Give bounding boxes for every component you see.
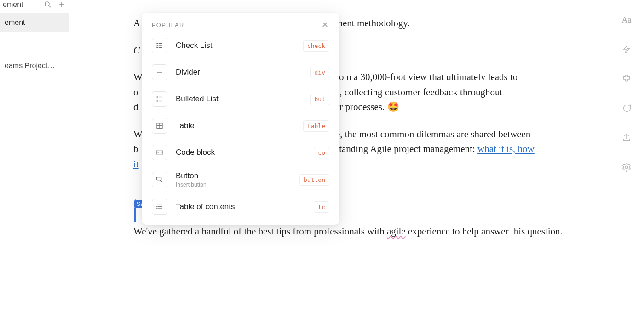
slash-item-bulleted[interactable]: Bulleted List bul [142,86,339,112]
add-icon[interactable] [57,0,66,9]
slash-item-toc[interactable]: Table of contents tc [142,193,339,220]
svg-point-0 [45,2,49,6]
left-sidebar: ement ement eams Project… [0,0,69,316]
text: We've gathered a handful of the best tip… [133,226,387,237]
share-icon[interactable] [621,132,632,144]
text-cursor-indicator [134,208,136,222]
right-tool-rail: Aa [617,14,636,173]
text-style-glyph: Aa [622,15,632,25]
slash-item-shortcut: co [314,147,329,158]
slash-item-shortcut: bul [310,94,329,105]
extension-icon[interactable] [621,73,632,85]
slash-item-label: Table [176,121,295,130]
text: e, the most common dilemmas are shared b… [336,129,530,140]
text: W [133,129,142,140]
slash-item-label: Bulleted List [176,94,302,104]
spellcheck-word[interactable]: agile [387,226,406,237]
svg-point-22 [157,206,157,207]
svg-point-24 [625,166,628,169]
sidebar-item-label: ement [5,18,25,26]
text: A [133,18,140,29]
sidebar-item-project[interactable]: eams Project… [0,56,69,76]
slash-item-sublabel: Insert button [176,181,291,188]
svg-point-9 [157,99,158,99]
paragraph[interactable]: We've gathered a handful of the best tip… [133,224,575,239]
svg-point-23 [157,208,157,208]
slash-item-codeblock[interactable]: Code block co [142,139,339,166]
comment-icon[interactable] [621,102,632,114]
text: b [133,143,138,154]
agile-link[interactable]: what it is, how [477,143,535,154]
slash-item-table[interactable]: Table table [142,112,339,139]
text: standing Agile project management: [335,143,477,154]
text: e, collecting customer feedback througho… [335,87,502,98]
sidebar-item-active[interactable]: ement [0,13,69,32]
checklist-icon [152,38,167,53]
agile-link-cont[interactable]: it [133,158,139,170]
text: er processes. 🤩 [335,101,399,112]
slash-item-shortcut: tc [314,201,329,213]
close-icon[interactable]: ✕ [320,20,329,29]
svg-rect-18 [156,177,161,180]
divider-icon [152,64,167,80]
text: C [133,45,140,56]
search-icon[interactable] [43,0,52,9]
slash-item-shortcut: check [303,40,329,52]
slash-item-shortcut: div [310,67,329,78]
bullets-icon [152,91,167,107]
slash-item-button[interactable]: Button Insert button button [142,166,339,193]
slash-item-checklist[interactable]: Check List check [142,32,339,59]
slash-item-label: Code block [176,148,305,157]
svg-point-8 [157,97,158,98]
text: W [133,71,142,82]
slash-item-label: Table of contents [176,202,305,211]
slash-command-popover: POPULAR ✕ Check List check Divider div B… [142,13,339,225]
button-icon [152,172,167,187]
table-icon [152,118,167,134]
svg-line-1 [49,6,51,7]
text: d [133,101,138,112]
slash-item-label: Check List [176,41,295,50]
text: o [133,87,138,98]
text: experience to help answer this question. [406,226,563,237]
sidebar-item-label: eams Project… [5,62,55,70]
sidebar-title-fragment: ement [3,0,39,9]
svg-point-10 [157,101,158,102]
toc-icon [152,199,167,215]
slash-item-shortcut: button [299,174,329,186]
slash-item-label: Divider [176,68,302,77]
slash-item-shortcut: table [303,120,329,132]
popover-section-label: POPULAR [152,22,320,29]
code-icon [152,145,167,160]
text: rom a 30,000-foot view that ultimately l… [336,71,518,82]
slash-item-label: Button [176,171,291,181]
text: nent methodology. [338,18,410,29]
slash-item-divider[interactable]: Divider div [142,59,339,86]
text-style-button[interactable]: Aa [621,14,632,26]
lightning-icon[interactable] [621,43,632,55]
settings-icon[interactable] [621,161,632,173]
